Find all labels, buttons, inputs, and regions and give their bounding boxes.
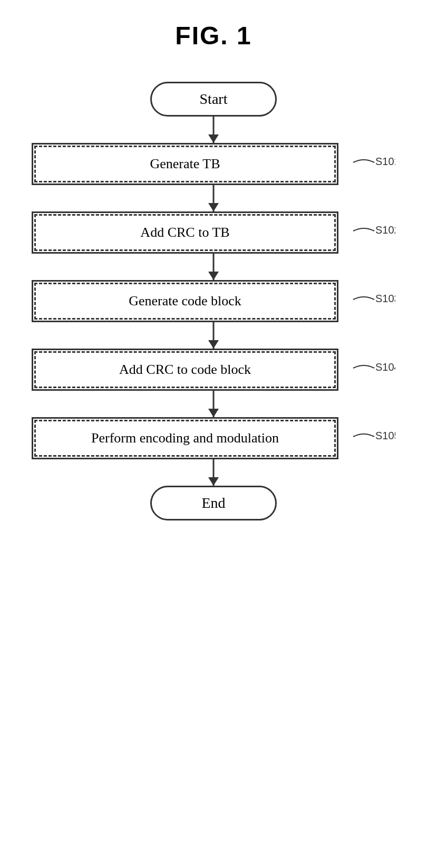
step-s101-box: Generate TB — [32, 143, 338, 185]
step-s105-curve: S105 — [348, 429, 395, 445]
step-s104-label: S104 — [348, 360, 395, 379]
svg-text:S105: S105 — [375, 430, 395, 441]
flowchart: Start Generate TB S101 Add CRC to TB S10… — [0, 82, 427, 520]
step-s103-wrapper: Generate code block S103 — [32, 280, 395, 322]
arrow-1 — [32, 117, 395, 143]
arrow-5 — [32, 391, 395, 417]
step-s102-box: Add CRC to TB — [32, 211, 338, 254]
step-s102-wrapper: Add CRC to TB S102 — [32, 211, 395, 254]
step-s103-box: Generate code block — [32, 280, 338, 322]
svg-text:S101: S101 — [375, 156, 395, 167]
step-s103-label: S103 — [348, 292, 395, 311]
step-s101-curve: S101 — [348, 155, 395, 170]
step-s102-curve: S102 — [348, 223, 395, 239]
end-terminal: End — [150, 486, 277, 520]
arrow-3 — [32, 254, 395, 280]
svg-text:S104: S104 — [375, 361, 395, 373]
arrow-2 — [32, 185, 395, 211]
step-s101-wrapper: Generate TB S101 — [32, 143, 395, 185]
start-terminal: Start — [150, 82, 277, 117]
step-s104-wrapper: Add CRC to code block S104 — [32, 349, 395, 391]
arrow-6 — [32, 459, 395, 486]
step-s103-curve: S103 — [348, 292, 395, 307]
svg-text:S103: S103 — [375, 293, 395, 304]
step-s101-label: S101 — [348, 155, 395, 173]
step-s104-box: Add CRC to code block — [32, 349, 338, 391]
svg-text:S102: S102 — [375, 224, 395, 236]
step-s105-box: Perform encoding and modulation — [32, 417, 338, 459]
step-s105-label: S105 — [348, 429, 395, 448]
step-s105-wrapper: Perform encoding and modulation S105 — [32, 417, 395, 459]
step-s102-label: S102 — [348, 223, 395, 242]
page-title: FIG. 1 — [175, 21, 251, 50]
step-s104-curve: S104 — [348, 360, 395, 376]
arrow-4 — [32, 322, 395, 349]
